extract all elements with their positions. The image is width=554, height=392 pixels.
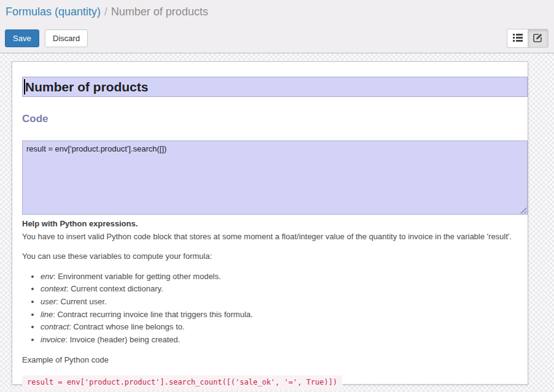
list-item: context: Current context dictionary. xyxy=(40,283,529,294)
breadcrumb-separator: / xyxy=(101,6,111,18)
record-name-input[interactable] xyxy=(22,77,528,97)
help-variables-intro: You can use these variables to compute y… xyxy=(22,251,529,263)
save-button[interactable]: Save xyxy=(5,29,39,47)
breadcrumb-current: Number of products xyxy=(111,6,208,18)
code-section-heading: Code xyxy=(22,113,528,125)
discard-button[interactable]: Discard xyxy=(45,29,88,47)
list-icon xyxy=(513,33,523,44)
form-sheet: Code result = env['product.product'].sea… xyxy=(12,61,528,385)
form-view-button[interactable] xyxy=(528,29,548,48)
help-intro: You have to insert valid Python code blo… xyxy=(22,231,529,243)
example-label: Example of Python code xyxy=(22,355,529,366)
breadcrumb: Formulas (quantity)/Number of products xyxy=(0,0,554,18)
list-item: contract: Contract whose line belongs to… xyxy=(40,321,529,332)
list-item: invoice: Invoice (header) being created. xyxy=(40,334,529,345)
edit-icon xyxy=(533,33,543,44)
toolbar: Save Discard xyxy=(5,29,88,47)
help-section: Help with Python expressions. You have t… xyxy=(22,218,529,390)
code-textarea[interactable]: result = env['product.product'].search([… xyxy=(22,140,528,215)
list-item: user: Current user. xyxy=(40,296,529,307)
list-view-button[interactable] xyxy=(507,29,528,48)
variables-list: env: Environment variable for getting ot… xyxy=(22,271,529,346)
control-panel: Formulas (quantity)/Number of products S… xyxy=(0,0,554,53)
breadcrumb-parent-link[interactable]: Formulas (quantity) xyxy=(6,6,101,18)
text-cursor xyxy=(24,79,25,94)
example-code: result = env['product.product'].search_c… xyxy=(22,375,342,390)
record-name-field xyxy=(22,77,528,97)
list-item: env: Environment variable for getting ot… xyxy=(40,271,529,282)
code-field: result = env['product.product'].search([… xyxy=(22,140,528,215)
list-item: line: Contract recurring invoice line th… xyxy=(40,309,529,320)
view-switcher xyxy=(507,29,548,48)
help-heading: Help with Python expressions. xyxy=(22,218,529,230)
form-view-background: Code result = env['product.product'].sea… xyxy=(0,53,554,391)
